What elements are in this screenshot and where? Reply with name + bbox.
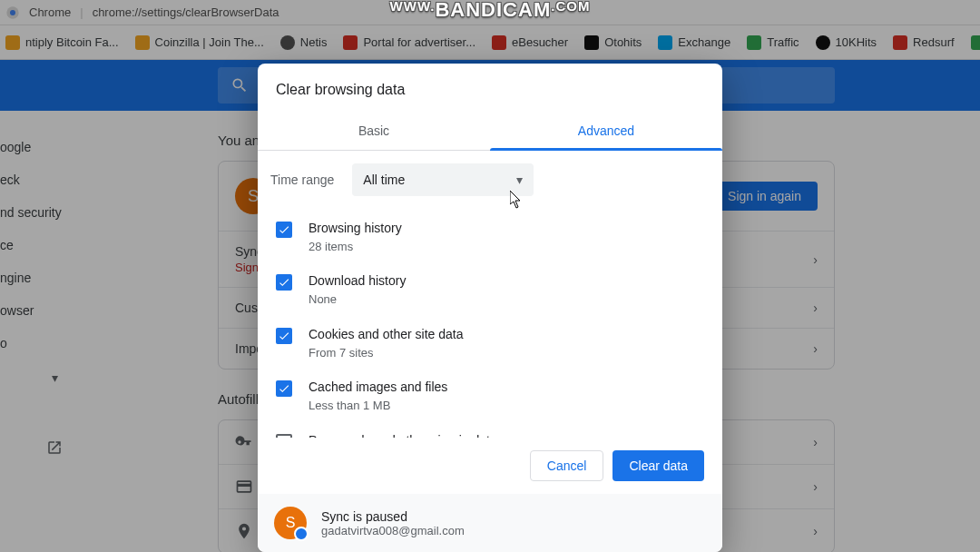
avatar: S [274, 507, 307, 539]
item-subtitle: None [309, 291, 406, 308]
clear-item-cache[interactable]: Cached images and files Less than 1 MB [270, 370, 710, 422]
item-subtitle: Less than 1 MB [309, 398, 447, 414]
item-subtitle: From 7 sites [309, 345, 463, 361]
time-range-label: Time range [270, 172, 334, 187]
tab-advanced[interactable]: Advanced [490, 113, 722, 150]
clear-item-cookies[interactable]: Cookies and other site data From 7 sites [270, 317, 710, 370]
checkbox[interactable] [276, 274, 292, 291]
sync-status-email: gadatvirtva008@gmail.com [321, 524, 465, 537]
item-title: Cached images and files [309, 379, 447, 396]
dialog-body[interactable]: Time range All time ▾ Browsing history 2… [258, 151, 722, 438]
item-title: Download history [309, 272, 406, 290]
dialog-actions: Cancel Clear data [258, 438, 722, 494]
clear-browsing-data-dialog: Clear browsing data Basic Advanced Time … [258, 64, 722, 552]
item-title: Cookies and other site data [309, 326, 463, 343]
sync-badge-icon [294, 527, 309, 541]
time-range-select[interactable]: All time ▾ [352, 163, 534, 196]
dialog-title: Clear browsing data [258, 64, 722, 113]
item-title: Browsing history [309, 220, 402, 237]
chevron-down-icon: ▾ [516, 172, 523, 187]
tab-basic[interactable]: Basic [258, 113, 490, 150]
item-subtitle: 28 items [309, 239, 402, 255]
item-title: Passwords and other sign-in data [309, 432, 624, 438]
sync-status-title: Sync is paused [321, 509, 465, 524]
dialog-tabs: Basic Advanced [258, 113, 722, 151]
dialog-sync-status: S Sync is paused gadatvirtva008@gmail.co… [258, 494, 722, 552]
checkbox[interactable] [276, 434, 292, 438]
clear-item-browsing-history[interactable]: Browsing history 28 items [270, 211, 710, 263]
clear-item-download-history[interactable]: Download history None [270, 263, 710, 316]
checkbox[interactable] [276, 222, 292, 238]
checkbox[interactable] [276, 380, 292, 397]
cancel-button[interactable]: Cancel [530, 450, 604, 481]
checkbox[interactable] [276, 328, 292, 344]
clear-data-button[interactable]: Clear data [612, 450, 704, 481]
clear-item-passwords[interactable]: Passwords and other sign-in data 13 pass… [270, 423, 710, 438]
